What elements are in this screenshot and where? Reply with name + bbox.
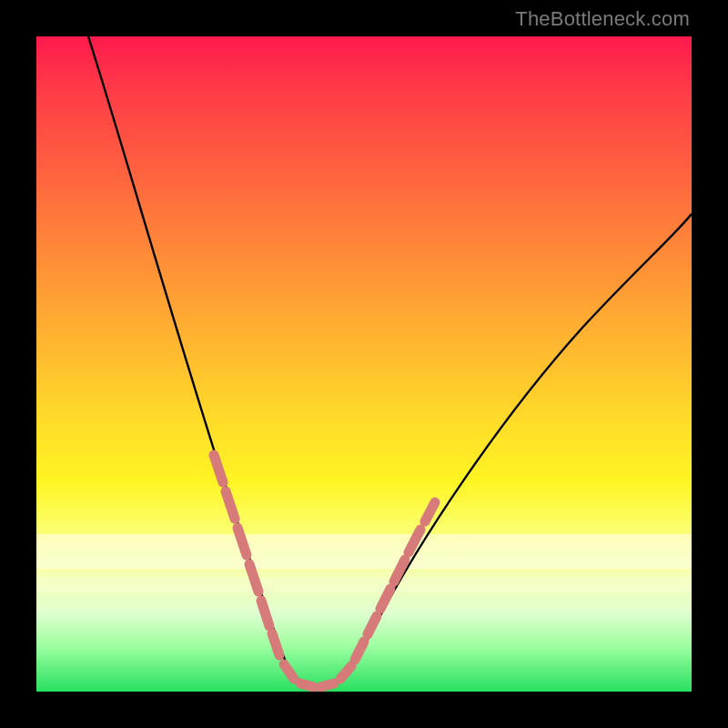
svg-line-12 <box>380 589 390 609</box>
svg-line-0 <box>214 455 223 482</box>
chart-frame: TheBottleneck.com <box>0 0 728 728</box>
svg-line-11 <box>368 616 377 634</box>
bottleneck-curve-svg <box>36 36 692 692</box>
plot-area <box>36 36 692 692</box>
watermark-text: TheBottleneck.com <box>515 7 690 31</box>
svg-line-9 <box>340 666 351 679</box>
svg-line-4 <box>261 601 269 626</box>
svg-line-15 <box>425 502 435 521</box>
svg-line-8 <box>320 683 334 687</box>
svg-line-13 <box>394 560 405 581</box>
svg-line-1 <box>226 491 235 519</box>
highlight-dashes-left <box>214 455 279 655</box>
svg-line-3 <box>249 564 258 592</box>
svg-line-10 <box>355 642 364 660</box>
svg-line-2 <box>238 528 247 555</box>
svg-line-5 <box>272 633 279 655</box>
svg-line-7 <box>300 683 314 687</box>
svg-line-6 <box>284 664 294 679</box>
highlight-dashes-bottom <box>284 664 351 687</box>
highlight-dashes-right <box>355 502 435 660</box>
